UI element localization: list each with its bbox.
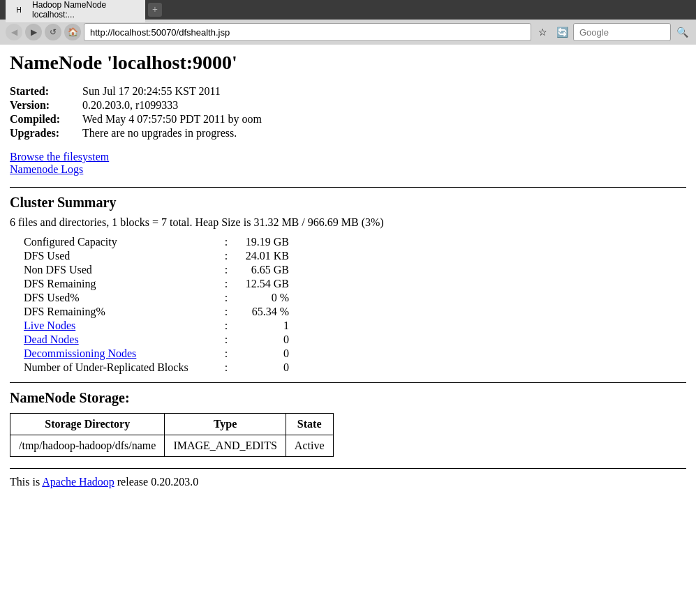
footer-text: This is Apache Hadoop release 0.20.203.0 [10, 476, 686, 488]
divider-2 [10, 382, 686, 383]
nav-bar: ◀ ▶ ↺ 🏠 ☆ 🔄 🔍 [0, 20, 696, 45]
home-button[interactable]: 🏠 [64, 24, 81, 40]
decommissioning-nodes-link[interactable]: Decommissioning Nodes [24, 347, 219, 360]
storage-heading: NameNode Storage: [10, 390, 686, 406]
divider-3 [10, 468, 686, 469]
stat-label: DFS Used% [24, 292, 219, 304]
browse-filesystem-link[interactable]: Browse the filesystem [10, 151, 686, 163]
stat-dfs-remaining-pct: DFS Remaining% : 65.34 % [24, 306, 686, 318]
compiled-value: Wed May 4 07:57:50 PDT 2011 by oom [82, 113, 262, 126]
refresh-button[interactable]: ↺ [45, 24, 61, 40]
started-value: Sun Jul 17 20:24:55 KST 2011 [82, 85, 221, 98]
stat-value: 0 [233, 347, 289, 360]
stat-label: DFS Remaining% [24, 306, 219, 318]
info-table: Started: Sun Jul 17 20:24:55 KST 2011 Ve… [10, 85, 686, 140]
stat-label: Number of Under-Replicated Blocks [24, 361, 219, 374]
started-row: Started: Sun Jul 17 20:24:55 KST 2011 [10, 85, 686, 98]
links-section: Browse the filesystem Namenode Logs [10, 151, 686, 176]
favicon-icon: H [14, 4, 24, 15]
stat-decommissioning-nodes: Decommissioning Nodes : 0 [24, 347, 686, 360]
live-nodes-link[interactable]: Live Nodes [24, 320, 219, 332]
colon: : [219, 278, 233, 290]
upgrades-value: There are no upgrades in progress. [82, 127, 237, 140]
stat-label: DFS Remaining [24, 278, 219, 290]
version-value: 0.20.203.0, r1099333 [82, 99, 178, 112]
compiled-label: Compiled: [10, 113, 80, 126]
tab-title: Hadoop NameNode localhost:... [32, 0, 137, 20]
stat-dfs-remaining: DFS Remaining : 12.54 GB [24, 278, 686, 290]
new-tab-button[interactable]: + [148, 3, 162, 17]
summary-text: 6 files and directories, 1 blocks = 7 to… [10, 216, 686, 229]
stat-value: 0 [233, 333, 289, 346]
divider-1 [10, 187, 686, 188]
upgrades-row: Upgrades: There are no upgrades in progr… [10, 127, 686, 140]
page-content: NameNode 'localhost:9000' Started: Sun J… [0, 45, 696, 495]
stat-value: 0 [233, 361, 289, 374]
storage-table-header-row: Storage Directory Type State [10, 414, 334, 435]
storage-table-body: /tmp/hadoop-hadoop/dfs/name IMAGE_AND_ED… [10, 435, 334, 457]
stat-under-replicated: Number of Under-Replicated Blocks : 0 [24, 361, 686, 374]
colon: : [219, 347, 233, 360]
stat-dead-nodes: Dead Nodes : 0 [24, 333, 686, 346]
forward-button[interactable]: ▶ [25, 24, 42, 40]
storage-type-cell: IMAGE_AND_EDITS [165, 435, 286, 457]
colon: : [219, 306, 233, 318]
version-row: Version: 0.20.203.0, r1099333 [10, 99, 686, 112]
stats-table: Configured Capacity : 19.19 GB DFS Used … [24, 236, 686, 374]
stat-value: 65.34 % [233, 306, 289, 318]
back-button[interactable]: ◀ [6, 24, 22, 40]
stat-label: DFS Used [24, 250, 219, 262]
compiled-row: Compiled: Wed May 4 07:57:50 PDT 2011 by… [10, 113, 686, 126]
page-title: NameNode 'localhost:9000' [10, 52, 686, 74]
dead-nodes-link[interactable]: Dead Nodes [24, 333, 219, 346]
colon: : [219, 250, 233, 262]
stat-label: Non DFS Used [24, 264, 219, 276]
search-input[interactable] [573, 23, 671, 41]
colon: : [219, 361, 233, 374]
storage-table: Storage Directory Type State /tmp/hadoop… [10, 413, 334, 457]
colon: : [219, 292, 233, 304]
cluster-summary-heading: Cluster Summary [10, 195, 686, 211]
browser-tab[interactable]: H Hadoop NameNode localhost:... [6, 0, 145, 22]
colon: : [219, 320, 233, 332]
storage-state-cell: Active [286, 435, 333, 457]
started-label: Started: [10, 85, 80, 98]
storage-type-header: Type [165, 414, 286, 435]
storage-dir-cell: /tmp/hadoop-hadoop/dfs/name [10, 435, 165, 457]
stat-dfs-used-pct: DFS Used% : 0 % [24, 292, 686, 304]
stat-configured-capacity: Configured Capacity : 19.19 GB [24, 236, 686, 248]
footer-prefix: This is [10, 476, 42, 488]
storage-state-header: State [286, 414, 333, 435]
address-bar[interactable] [84, 23, 531, 41]
apache-hadoop-link[interactable]: Apache Hadoop [42, 476, 114, 488]
stat-value: 19.19 GB [233, 236, 289, 248]
colon: : [219, 264, 233, 276]
footer-suffix: release 0.20.203.0 [114, 476, 198, 488]
stat-value: 6.65 GB [233, 264, 289, 276]
storage-dir-header: Storage Directory [10, 414, 165, 435]
browser-chrome: H Hadoop NameNode localhost:... + ◀ ▶ ↺ … [0, 0, 696, 45]
bookmark-icon[interactable]: ☆ [534, 24, 551, 40]
colon: : [219, 333, 233, 346]
stat-value: 1 [233, 320, 289, 332]
stat-value: 0 % [233, 292, 289, 304]
stat-value: 12.54 GB [233, 278, 289, 290]
search-icon[interactable]: 🔍 [674, 24, 690, 40]
title-bar: H Hadoop NameNode localhost:... + [0, 0, 696, 20]
upgrades-label: Upgrades: [10, 127, 80, 140]
stat-dfs-used: DFS Used : 24.01 KB [24, 250, 686, 262]
stat-label: Configured Capacity [24, 236, 219, 248]
colon: : [219, 236, 233, 248]
stat-non-dfs-used: Non DFS Used : 6.65 GB [24, 264, 686, 276]
table-row: /tmp/hadoop-hadoop/dfs/name IMAGE_AND_ED… [10, 435, 334, 457]
storage-section: NameNode Storage: Storage Directory Type… [10, 390, 686, 457]
namenode-logs-link[interactable]: Namenode Logs [10, 163, 686, 176]
stat-value: 24.01 KB [233, 250, 289, 262]
version-label: Version: [10, 99, 80, 112]
stat-live-nodes: Live Nodes : 1 [24, 320, 686, 332]
reload-icon[interactable]: 🔄 [554, 24, 570, 40]
storage-table-head: Storage Directory Type State [10, 414, 334, 435]
